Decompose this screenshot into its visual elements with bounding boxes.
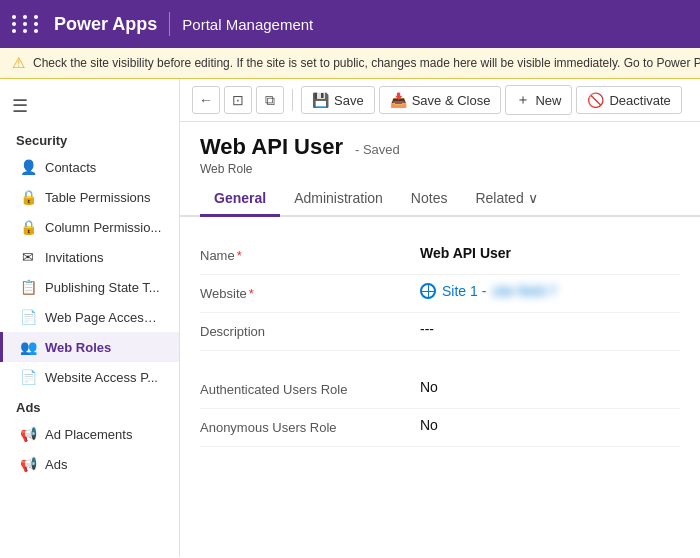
tab-administration[interactable]: Administration xyxy=(280,184,397,217)
sidebar-item-website-access[interactable]: 📄 Website Access P... xyxy=(0,362,179,392)
sidebar-item-table-permissions[interactable]: 🔒 Table Permissions xyxy=(0,182,179,212)
website-blurred-text: site-field-7 xyxy=(492,283,557,299)
save-icon: 💾 xyxy=(312,92,329,108)
tab-general-label: General xyxy=(214,190,266,206)
form-row-name: Name* Web API User xyxy=(200,237,680,275)
sidebar-label-invitations: Invitations xyxy=(45,250,104,265)
record-title-row: Web API User - Saved xyxy=(200,134,680,160)
tabs: General Administration Notes Related ∨ xyxy=(180,176,700,217)
table-permissions-icon: 🔒 xyxy=(19,189,37,205)
column-permissions-icon: 🔒 xyxy=(19,219,37,235)
deactivate-icon: 🚫 xyxy=(587,92,604,108)
warning-text: Check the site visibility before editing… xyxy=(33,56,700,70)
save-close-label: Save & Close xyxy=(412,93,491,108)
new-icon: ＋ xyxy=(516,91,530,109)
tab-administration-label: Administration xyxy=(294,190,383,206)
name-text: Web API User xyxy=(420,245,511,261)
sidebar: ☰ Security 👤 Contacts 🔒 Table Permission… xyxy=(0,79,180,557)
sidebar-item-column-permissions[interactable]: 🔒 Column Permissio... xyxy=(0,212,179,242)
new-label: New xyxy=(535,93,561,108)
sidebar-label-table-permissions: Table Permissions xyxy=(45,190,151,205)
tab-general[interactable]: General xyxy=(200,184,280,217)
tab-related[interactable]: Related ∨ xyxy=(461,184,551,217)
form-body: Name* Web API User Website* Site 1 - sit… xyxy=(180,217,700,557)
website-link-text: Site 1 - xyxy=(442,283,486,299)
publishing-state-icon: 📋 xyxy=(19,279,37,295)
invitations-icon: ✉ xyxy=(19,249,37,265)
description-value: --- xyxy=(420,321,680,337)
window-icon-button[interactable]: ⊡ xyxy=(224,86,252,114)
globe-icon xyxy=(420,283,436,299)
web-page-access-icon: 📄 xyxy=(19,309,37,325)
authenticated-value-text: No xyxy=(420,379,438,395)
sidebar-section-security: Security xyxy=(0,125,179,152)
sidebar-label-contacts: Contacts xyxy=(45,160,96,175)
website-required-indicator: * xyxy=(249,286,254,301)
description-text: --- xyxy=(420,321,434,337)
app-grid-icon[interactable] xyxy=(12,15,42,33)
sidebar-item-invitations[interactable]: ✉ Invitations xyxy=(0,242,179,272)
content-area: ← ⊡ ⧉ 💾 Save 📥 Save & Close ＋ New � xyxy=(180,79,700,557)
description-label: Description xyxy=(200,321,420,341)
sidebar-item-web-page-access[interactable]: 📄 Web Page Access ... xyxy=(0,302,179,332)
popout-button[interactable]: ⧉ xyxy=(256,86,284,114)
sidebar-label-website-access: Website Access P... xyxy=(45,370,158,385)
sidebar-label-ads: Ads xyxy=(45,457,67,472)
main-layout: ☰ Security 👤 Contacts 🔒 Table Permission… xyxy=(0,79,700,557)
name-required-indicator: * xyxy=(237,248,242,263)
record-header: Web API User - Saved Web Role xyxy=(180,122,700,176)
save-label: Save xyxy=(334,93,364,108)
sidebar-item-publishing-state[interactable]: 📋 Publishing State T... xyxy=(0,272,179,302)
sidebar-item-contacts[interactable]: 👤 Contacts xyxy=(0,152,179,182)
sidebar-item-ads[interactable]: 📢 Ads xyxy=(0,449,179,479)
new-button[interactable]: ＋ New xyxy=(505,85,572,115)
website-value[interactable]: Site 1 - site-field-7 xyxy=(420,283,680,299)
sidebar-label-ad-placements: Ad Placements xyxy=(45,427,132,442)
website-label: Website* xyxy=(200,283,420,303)
authenticated-label: Authenticated Users Role xyxy=(200,379,420,399)
window-icon: ⊡ xyxy=(232,92,244,108)
form-row-website: Website* Site 1 - site-field-7 xyxy=(200,275,680,313)
sidebar-label-web-roles: Web Roles xyxy=(45,340,111,355)
form-row-anonymous: Anonymous Users Role No xyxy=(200,409,680,447)
sidebar-section-ads: Ads xyxy=(0,392,179,419)
sidebar-menu-toggle[interactable]: ☰ xyxy=(0,87,179,125)
sidebar-label-publishing-state: Publishing State T... xyxy=(45,280,160,295)
sidebar-item-web-roles[interactable]: 👥 Web Roles xyxy=(0,332,179,362)
anonymous-value: No xyxy=(420,417,680,433)
form-row-description: Description --- xyxy=(200,313,680,351)
back-icon: ← xyxy=(199,92,213,108)
save-close-button[interactable]: 📥 Save & Close xyxy=(379,86,502,114)
anonymous-label: Anonymous Users Role xyxy=(200,417,420,437)
authenticated-label-text: Authenticated Users Role xyxy=(200,382,347,397)
sidebar-item-ad-placements[interactable]: 📢 Ad Placements xyxy=(0,419,179,449)
top-bar: Power Apps Portal Management xyxy=(0,0,700,48)
name-value: Web API User xyxy=(420,245,680,261)
website-access-icon: 📄 xyxy=(19,369,37,385)
warning-icon: ⚠ xyxy=(12,54,25,72)
form-row-authenticated: Authenticated Users Role No xyxy=(200,371,680,409)
form-divider xyxy=(200,351,680,371)
sidebar-label-web-page-access: Web Page Access ... xyxy=(45,310,163,325)
sidebar-label-column-permissions: Column Permissio... xyxy=(45,220,161,235)
app-name: Power Apps xyxy=(54,14,157,35)
related-chevron-icon: ∨ xyxy=(528,190,538,206)
portal-name: Portal Management xyxy=(182,16,313,33)
deactivate-label: Deactivate xyxy=(609,93,670,108)
anonymous-value-text: No xyxy=(420,417,438,433)
record-title: Web API User xyxy=(200,134,343,159)
toolbar: ← ⊡ ⧉ 💾 Save 📥 Save & Close ＋ New � xyxy=(180,79,700,122)
tab-notes[interactable]: Notes xyxy=(397,184,462,217)
deactivate-button[interactable]: 🚫 Deactivate xyxy=(576,86,681,114)
ads-icon: 📢 xyxy=(19,456,37,472)
tab-notes-label: Notes xyxy=(411,190,448,206)
tab-related-label: Related xyxy=(475,190,523,206)
contacts-icon: 👤 xyxy=(19,159,37,175)
authenticated-value: No xyxy=(420,379,680,395)
toolbar-separator-1 xyxy=(292,89,293,111)
back-button[interactable]: ← xyxy=(192,86,220,114)
save-button[interactable]: 💾 Save xyxy=(301,86,375,114)
web-roles-icon: 👥 xyxy=(19,339,37,355)
ad-placements-icon: 📢 xyxy=(19,426,37,442)
anonymous-label-text: Anonymous Users Role xyxy=(200,420,337,435)
